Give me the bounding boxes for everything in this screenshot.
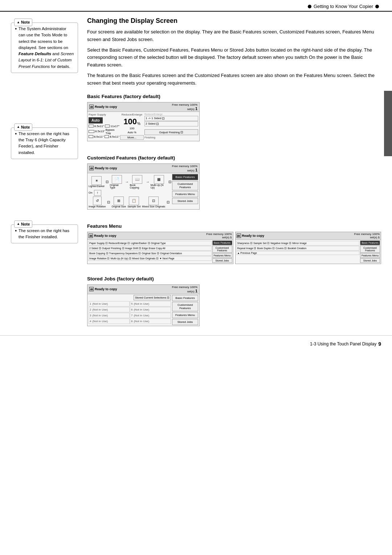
cs-row3: ↺ Image Rotation ⊡ ⊞ Original Size 📋 Sam… bbox=[89, 197, 171, 208]
features-menu-title: Features Menu bbox=[87, 223, 381, 229]
fm-left-btn-features-menu[interactable]: Features Menu bbox=[212, 253, 232, 258]
cs-btn-customised[interactable]: Customised Features bbox=[172, 181, 198, 190]
stored-body: Stored Current Selections ⊡ 1 (Not in Us… bbox=[87, 294, 199, 326]
sided1-arrow: ⊡ bbox=[162, 117, 165, 120]
basic-features-title: Basic Features (factory default) bbox=[87, 94, 381, 99]
sj-cell-6: 6 (Not in Use) bbox=[130, 307, 171, 312]
fm-right-row-3: ▲ Previous Page bbox=[236, 251, 360, 255]
fm-right-btn-features-menu[interactable]: Features Menu bbox=[360, 253, 380, 258]
page-body: Note The System Administrator can use th… bbox=[0, 15, 392, 328]
note-box-1: Note The System Administrator can use th… bbox=[11, 23, 78, 73]
cs-btn-basic[interactable]: Basic Features bbox=[172, 174, 198, 180]
fm-right-btn-stored-jobs[interactable]: Stored Jobs bbox=[360, 258, 380, 263]
sj-btn-basic[interactable]: Basic Features bbox=[172, 295, 198, 301]
fm-right-btn-basic[interactable]: Basic Features bbox=[360, 240, 380, 245]
fm-right-row-1: Sharpness ⊡ Sample Set ⊡ Negative Image … bbox=[236, 241, 360, 246]
para2: Select the Basic Features, Customized Fe… bbox=[87, 46, 381, 69]
fm-screen-right: 📠 Ready to copy Free memory 100% set(s) … bbox=[235, 232, 381, 264]
header-dot-right bbox=[375, 5, 379, 8]
cs-mixed-size: ⊡ Mixed Size Originals bbox=[142, 197, 165, 208]
fm-right-ready: 📠 Ready to copy bbox=[237, 232, 265, 239]
note3-item: The screen on the right has the Finisher… bbox=[15, 228, 74, 240]
tray-icon-1 bbox=[89, 125, 94, 127]
note-tag-3: Note bbox=[14, 220, 32, 228]
cs-arrow4: ⊡ bbox=[168, 180, 171, 184]
fm-row-2: 2 Sided ⊡ Output/ Finishing ⊡ Image Shif… bbox=[88, 246, 212, 251]
cs-flow-row: ☀ Lighter/Darker ⊡ 📄 Original Type → 📖 B… bbox=[89, 175, 171, 189]
fm-left-btn-basic[interactable]: Basic Features bbox=[212, 240, 232, 245]
fm-row-4: Image Rotation ⊡ Multi-Up (N Up) ⊡ Mixed… bbox=[88, 256, 212, 261]
cs-arrow1: ⊡ bbox=[106, 180, 109, 184]
sj-btn-features-menu[interactable]: Features Menu bbox=[172, 312, 198, 318]
bs-sided-output: Reduce/Enlarge 1 -> 1 Sided ⊡ 2 Sided ⊡ … bbox=[144, 113, 198, 140]
cs-btn-stored-jobs[interactable]: Stored Jobs bbox=[172, 198, 198, 204]
stored-ready-icon: 📠 bbox=[89, 287, 94, 291]
stored-screen-topbar: 📠 Ready to copy Free memory 100% set(s) … bbox=[87, 285, 199, 294]
right-column: Changing the Display Screen Four screens… bbox=[83, 15, 381, 328]
fm-left-btn-customised[interactable]: Customised Features bbox=[212, 246, 232, 253]
bs-tray3: 8.5x11" 8.5x11" bbox=[89, 135, 119, 138]
footer-page: 9 bbox=[378, 341, 381, 347]
fm-right-top: 📠 Ready to copy Free memory 100% set(s) … bbox=[236, 232, 381, 240]
basic-ready-label: 📠 Ready to copy bbox=[89, 105, 117, 109]
header-title: Getting to Know Your Copier bbox=[314, 4, 373, 9]
sj-top-row: Stored Current Selections ⊡ bbox=[89, 295, 171, 300]
sample-set-icon: 📋 bbox=[129, 197, 139, 205]
note-tag-1: Note bbox=[14, 19, 32, 26]
features-menu-container: 📠 Ready to copy Free memory 100% set(s) … bbox=[87, 232, 381, 264]
mixed-size-icon: ⊡ bbox=[148, 197, 159, 205]
fm-left-btns: Basic Features Customised Features Featu… bbox=[212, 240, 232, 263]
multi-up-icon: ▦ bbox=[154, 175, 164, 184]
original-type-icon: 📄 bbox=[112, 175, 122, 184]
section-title: Changing the Display Screen bbox=[87, 17, 381, 25]
cs-row2: On ↑ bbox=[89, 190, 171, 196]
cs-arrow6: ⊡ bbox=[167, 200, 170, 204]
right-tab bbox=[384, 91, 392, 156]
sj-btn-customised[interactable]: Customised Features bbox=[172, 302, 198, 311]
sj-cell-8: 8 (Not in Use) bbox=[130, 319, 171, 324]
bs-tray2: 8.5x13" BypassTray bbox=[89, 128, 119, 135]
fm-right-mem: Free memory 100% set(s) 1 bbox=[354, 232, 380, 239]
image-rotation-icon: ↺ bbox=[93, 197, 102, 205]
stored-jobs-title: Stored Jobs (factory default) bbox=[87, 276, 381, 281]
note-tag-2: Note bbox=[14, 123, 32, 131]
sj-cell-4: 4 (Not in Use) bbox=[89, 319, 130, 324]
fm-left-btn-stored-jobs[interactable]: Stored Jobs bbox=[212, 258, 232, 263]
bs-more[interactable]: More... bbox=[120, 135, 144, 140]
sj-cell-7: 7 (Not in Use) bbox=[130, 313, 171, 318]
sj-cell-5: 5 (Not in Use) bbox=[130, 301, 171, 307]
fm-next-page[interactable]: ▼ Next Page bbox=[159, 257, 175, 260]
sj-current-btn[interactable]: Stored Current Selections ⊡ bbox=[134, 295, 171, 300]
cs-btn-features-menu[interactable]: Features Menu bbox=[172, 191, 198, 197]
bs-pct-sign: % bbox=[137, 122, 140, 126]
bs-auto-btn[interactable]: Auto bbox=[89, 117, 103, 123]
note1-item: The System Administrator can use the Too… bbox=[15, 26, 74, 70]
page-footer: 1-3 Using the Touch Panel Display 9 bbox=[0, 335, 392, 351]
bs-tray1: 8.5x11" 11x17" bbox=[89, 125, 119, 128]
sj-cell-3: 3 (Not in Use) bbox=[89, 313, 130, 318]
bs-percent: 100 bbox=[123, 118, 137, 126]
customized-features-title: Customized Features (factory default) bbox=[87, 155, 381, 161]
bs-paper-supply: Paper Supply Auto 8.5x11" 11x17" 8.5x13"… bbox=[89, 113, 119, 140]
para3: The features on the Basic Features scree… bbox=[87, 72, 381, 87]
para1: Four screens are available for selection… bbox=[87, 28, 381, 44]
custom-ready-icon: 📠 bbox=[89, 166, 94, 170]
fm-right-btn-customised[interactable]: Customised Features bbox=[360, 246, 380, 253]
custom-mem: Free memory 100% set(s) 1 bbox=[172, 165, 197, 172]
page-header: Getting to Know Your Copier bbox=[0, 0, 392, 12]
sj-main: Stored Current Selections ⊡ 1 (Not in Us… bbox=[89, 295, 171, 325]
tray-icon-4 bbox=[89, 135, 93, 138]
basic-screen-topbar: 📠 Ready to copy Free memory 100% set(s) … bbox=[87, 102, 199, 112]
fm-right-main: Sharpness ⊡ Sample Set ⊡ Negative Image … bbox=[236, 240, 360, 263]
sj-btn-stored-jobs[interactable]: Stored Jobs bbox=[172, 319, 198, 325]
bs-output-section: Output/ Finishing ⊡ bbox=[144, 129, 198, 135]
ready-icon: 📠 bbox=[89, 105, 94, 109]
fm-prev-page[interactable]: ▲ Previous Page bbox=[237, 252, 257, 254]
tray-icon-2 bbox=[105, 125, 110, 127]
bs-output-btn[interactable]: Output/ Finishing ⊡ bbox=[144, 129, 198, 135]
fm-left-ready: 📠 Ready to copy bbox=[89, 232, 117, 239]
output-arrow: ⊡ bbox=[180, 130, 183, 134]
cs-multi-up: ▦ Multi-Up (N Up) bbox=[151, 175, 167, 189]
cs-arrow3: → bbox=[146, 180, 150, 184]
cs-nav-buttons: Basic Features Customised Features Featu… bbox=[172, 174, 198, 208]
